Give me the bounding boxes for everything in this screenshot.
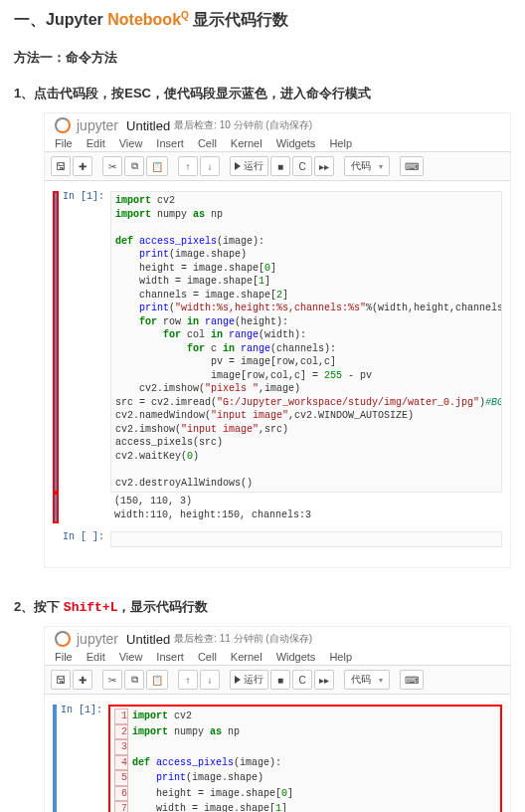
menu-help[interactable]: Help [329,651,352,663]
output-prompt [63,493,110,523]
play-icon [235,162,241,170]
restart-run-all-button[interactable]: ▸▸ [314,670,334,690]
cell-type-select[interactable]: 代码 [344,156,390,176]
step-2-shortcut: Shift+L [64,600,118,615]
menu-insert[interactable]: Insert [156,137,184,149]
jupyter-brand: jupyter [77,117,118,133]
restart-button[interactable]: C [292,156,312,176]
cells-area: In [1]: import cv2 import numpy as np de… [45,181,510,567]
step-1-text: 1、点击代码段，按ESC，使代码段显示蓝色，进入命令行模式 [14,85,511,102]
copy-button[interactable]: ⧉ [124,156,144,176]
menu-cell[interactable]: Cell [198,651,217,663]
menu-widgets[interactable]: Widgets [276,137,316,149]
move-up-button[interactable]: ↑ [178,156,198,176]
input-prompt: In [1]: [61,705,108,812]
code-editor[interactable]: 1import cv2 2import numpy as np 3 4def a… [108,705,502,812]
menu-kernel[interactable]: Kernel [231,137,262,149]
menubar: File Edit View Insert Cell Kernel Widget… [45,135,510,152]
jupyter-brand: jupyter [77,631,118,647]
notebook-title[interactable]: Untitled [126,118,170,133]
command-mode-indicator [53,191,59,493]
cut-button[interactable]: ✂ [102,670,122,690]
menu-view[interactable]: View [119,651,143,663]
stop-button[interactable]: ■ [270,670,290,690]
save-button[interactable]: 🖫 [51,670,71,690]
code-cell-2[interactable]: In [ ]: [53,531,502,547]
toolbar: 🖫 ✚ ✂ ⧉ 📋 ↑ ↓ 运行 ■ C ▸▸ 代码 ⌨ [45,666,510,695]
run-label: 运行 [244,159,263,173]
input-prompt: In [ ]: [63,531,110,547]
notebook-header: jupyter Untitled 最后检查: 11 分钟前 (自动保存) [45,627,510,649]
add-cell-button[interactable]: ✚ [73,156,92,176]
cell-type-select[interactable]: 代码 [344,670,390,690]
paste-button[interactable]: 📋 [146,156,168,176]
command-palette-button[interactable]: ⌨ [400,670,424,690]
page-title: 一、Jupyter NotebookQ 显示代码行数 [14,10,511,31]
output-cell-1: (150, 110, 3) width:110, height:150, cha… [53,493,502,523]
cell-output: (150, 110, 3) width:110, height:150, cha… [110,493,502,523]
menu-edit[interactable]: Edit [87,137,105,149]
paste-button[interactable]: 📋 [146,670,168,690]
code-cell-1[interactable]: In [1]: 1import cv2 2import numpy as np … [53,705,502,812]
run-button[interactable]: 运行 [230,156,268,176]
title-highlight: Notebook [107,11,181,28]
menu-widgets[interactable]: Widgets [276,651,316,663]
jupyter-logo-icon [55,631,71,647]
menu-help[interactable]: Help [329,137,352,149]
save-button[interactable]: 🖫 [51,156,71,176]
move-up-button[interactable]: ↑ [178,670,198,690]
subtitle: 方法一：命令方法 [14,49,511,67]
command-palette-button[interactable]: ⌨ [400,156,424,176]
play-icon [235,676,241,684]
input-prompt: In [1]: [63,191,110,493]
code-editor[interactable]: import cv2 import numpy as np def access… [110,191,502,493]
run-button[interactable]: 运行 [230,670,268,690]
step-2-pre: 2、按下 [14,599,64,614]
restart-run-all-button[interactable]: ▸▸ [314,156,334,176]
notebook-title[interactable]: Untitled [126,632,170,647]
jupyter-logo-icon [55,117,71,133]
add-cell-button[interactable]: ✚ [73,670,92,690]
menu-edit[interactable]: Edit [87,651,105,663]
menu-insert[interactable]: Insert [156,651,184,663]
screenshot-1: jupyter Untitled 最后检查: 10 分钟前 (自动保存) Fil… [44,112,511,568]
toolbar: 🖫 ✚ ✂ ⧉ 📋 ↑ ↓ 运行 ■ C ▸▸ 代码 ⌨ [45,152,510,181]
title-pre: 一、Jupyter [14,11,107,28]
menu-file[interactable]: File [55,137,73,149]
stop-button[interactable]: ■ [270,156,290,176]
title-superscript: Q [181,10,189,21]
run-label: 运行 [244,673,263,687]
restart-button[interactable]: C [292,670,312,690]
notebook-meta: 最后检查: 10 分钟前 (自动保存) [174,118,312,132]
menu-file[interactable]: File [55,651,73,663]
command-mode-indicator [53,493,59,523]
menubar: File Edit View Insert Cell Kernel Widget… [45,649,510,666]
notebook-header: jupyter Untitled 最后检查: 10 分钟前 (自动保存) [45,113,510,135]
menu-cell[interactable]: Cell [198,137,217,149]
code-cell-1[interactable]: In [1]: import cv2 import numpy as np de… [53,191,502,493]
step-2-post: ，显示代码行数 [117,599,208,614]
menu-view[interactable]: View [119,137,143,149]
title-post: 显示代码行数 [189,11,288,28]
menu-kernel[interactable]: Kernel [231,651,262,663]
cut-button[interactable]: ✂ [102,156,122,176]
empty-code-editor[interactable] [110,531,502,547]
notebook-meta: 最后检查: 11 分钟前 (自动保存) [174,632,312,646]
screenshot-2: jupyter Untitled 最后检查: 11 分钟前 (自动保存) Fil… [44,626,511,812]
step-2-text: 2、按下 Shift+L，显示代码行数 [14,598,511,616]
copy-button[interactable]: ⧉ [124,670,144,690]
cells-area: In [1]: 1import cv2 2import numpy as np … [45,695,510,812]
move-down-button[interactable]: ↓ [200,156,220,176]
move-down-button[interactable]: ↓ [200,670,220,690]
